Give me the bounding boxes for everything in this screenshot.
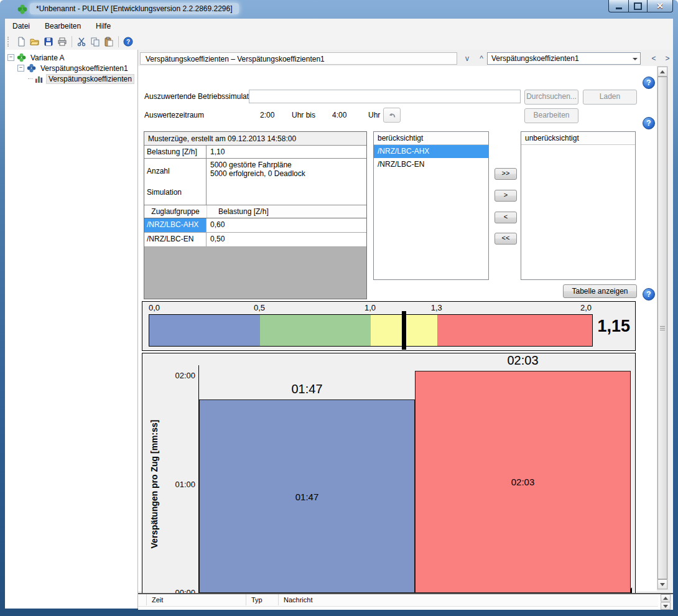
tree-item-koeffizienten1[interactable]: − Verspätungskoeffizienten1 (5, 63, 137, 73)
bar-value-label-above: 02:03 (415, 353, 631, 368)
form-area: Auszuwertende Betriebssimulation Durchsu… (138, 66, 657, 591)
list-item[interactable]: /NRZ/LBC-EN (374, 158, 488, 171)
clover-green-icon (17, 53, 26, 62)
bar-value-label-above: 01:47 (199, 382, 415, 396)
next-analysis-button[interactable]: > (662, 53, 673, 64)
log-scrollbar[interactable] (661, 594, 672, 610)
collapse-expander-icon[interactable]: − (7, 54, 14, 61)
scale-segment (260, 315, 371, 346)
expand-panel-button[interactable]: ^ (476, 53, 487, 64)
bar-chart-icon (34, 74, 44, 83)
chevron-down-icon (633, 58, 638, 60)
save-button[interactable] (42, 35, 55, 49)
anzahl-value: 5000 gestörte Fahrpläne 5000 erfolgreich… (207, 159, 366, 205)
move-all-left-button[interactable]: << (495, 233, 517, 245)
analysis-selector-dropdown[interactable]: Verspätungskoeffizienten1 (487, 52, 641, 65)
cut-scissors-icon (77, 37, 86, 47)
edit-period-button[interactable]: Bearbeiten (524, 108, 578, 123)
zuglaufgruppe-cell[interactable]: /NRZ/LBC-EN (144, 233, 207, 246)
simulation-path-input[interactable] (249, 90, 521, 103)
menu-hilfe[interactable]: Hilfe (88, 19, 118, 33)
cut-button[interactable] (75, 35, 88, 49)
minimize-button[interactable] (608, 0, 629, 12)
scale-marker (402, 311, 406, 350)
collapse-panel-button[interactable]: v (462, 53, 473, 64)
copy-button[interactable] (88, 35, 102, 49)
tree-label[interactable]: Variante A (29, 54, 66, 62)
included-list-header: berücksichtigt (374, 132, 488, 145)
bar-value-label: 01:47 (200, 491, 414, 502)
copy-icon (90, 37, 100, 47)
load-button[interactable]: Laden (583, 90, 637, 105)
open-folder-icon (30, 37, 40, 47)
scroll-down-button[interactable] (661, 602, 671, 610)
list-item[interactable]: /NRZ/LBC-AHX (374, 145, 488, 158)
bar-value-label: 02:03 (416, 477, 630, 487)
period-to-value[interactable]: 4:00 (332, 111, 346, 119)
project-tree: − Variante A − Verspätungskoeffizienten1 (5, 50, 138, 609)
tree-connector (28, 78, 33, 79)
save-icon (44, 37, 53, 47)
new-document-button[interactable] (14, 35, 28, 49)
excluded-list-header: unberücksichtigt (521, 132, 635, 145)
chart-bar: 02:03 (415, 371, 631, 593)
zuglaufgruppe-cell[interactable]: /NRZ/LBC-AHX (144, 218, 207, 232)
close-icon: ✕ (657, 2, 664, 10)
title-bar[interactable]: *Unbenannt - PULEIV [Entwicklungsversion… (0, 0, 678, 19)
log-column-nachricht[interactable]: Nachricht (279, 594, 658, 605)
toolbar: ? (5, 34, 673, 50)
tree-label[interactable]: Verspätungskoeffizienten1 (39, 64, 130, 73)
tree-item-koeffizienten[interactable]: Verspätungskoeffizienten (5, 73, 137, 84)
toolbar-separator (72, 36, 72, 47)
scale-tick-label: 1,3 (431, 303, 442, 312)
column-header-zuglaufgruppe[interactable]: Zuglaufgruppe (144, 205, 207, 218)
app-clover-icon (17, 4, 27, 14)
menu-datei[interactable]: Datei (5, 19, 37, 33)
help-icon[interactable]: ? (643, 77, 655, 89)
browse-button[interactable]: Durchsuchen... (524, 90, 578, 105)
menu-bar: Datei Bearbeiten Hilfe (5, 19, 673, 34)
open-button[interactable] (28, 35, 42, 49)
belastung-cell[interactable]: 0,50 (207, 233, 366, 246)
log-column-typ[interactable]: Typ (246, 594, 279, 605)
table-row[interactable]: /NRZ/LBC-EN 0,50 (144, 233, 366, 247)
muster-table: Musterzüge, erstellt am 09.12.2013 14:58… (144, 131, 367, 299)
tree-label-selected[interactable]: Verspätungskoeffizienten (46, 74, 134, 84)
scroll-down-button[interactable] (657, 579, 667, 589)
log-column-zeit[interactable]: Zeit (147, 594, 246, 605)
collapse-expander-icon[interactable]: − (17, 65, 24, 72)
tree-item-variante-a[interactable]: − Variante A (5, 52, 137, 63)
simulation-label: Auszuwertende Betriebssimulation (144, 92, 259, 101)
excluded-list: unberücksichtigt (521, 131, 636, 280)
paste-clipboard-icon (104, 37, 114, 47)
help-icon[interactable]: ? (643, 288, 655, 301)
minimize-icon (616, 7, 622, 9)
show-table-button[interactable]: Tabelle anzeigen (563, 284, 637, 298)
period-from-value[interactable]: 2:00 (260, 111, 274, 119)
belastung-cell[interactable]: 0,60 (207, 218, 366, 232)
move-all-right-button[interactable]: >> (495, 168, 517, 180)
scroll-up-button[interactable] (661, 594, 671, 602)
scroll-up-button[interactable] (657, 67, 667, 77)
scrollbar-thumb[interactable] (657, 77, 667, 579)
help-icon[interactable]: ? (643, 117, 655, 129)
menu-bearbeiten[interactable]: Bearbeiten (37, 19, 88, 33)
paste-button[interactable] (102, 35, 116, 49)
maximize-button[interactable] (629, 0, 648, 12)
column-header-belastung[interactable]: Belastung [Z/h] (207, 205, 366, 218)
log-header-row: Zeit Typ Nachricht (138, 594, 658, 607)
vertical-scrollbar[interactable] (657, 66, 668, 590)
period-label: Auswertezeitraum (144, 111, 204, 119)
move-left-button[interactable]: < (495, 212, 517, 223)
anzahl-label: Anzahl Simulation (144, 159, 207, 205)
print-button[interactable] (55, 35, 69, 49)
chart-bar: 01:47 (199, 399, 415, 593)
help-button[interactable]: ? (121, 35, 135, 49)
close-button[interactable]: ✕ (648, 0, 673, 12)
table-row[interactable]: /NRZ/LBC-AHX 0,60 (144, 218, 366, 233)
scale-tick-label: 2,0 (580, 303, 592, 312)
prev-analysis-button[interactable]: < (648, 53, 659, 64)
reset-period-button[interactable] (383, 108, 401, 123)
move-right-button[interactable]: > (495, 190, 517, 202)
muster-header: Musterzüge, erstellt am 09.12.2013 14:58… (144, 132, 366, 146)
